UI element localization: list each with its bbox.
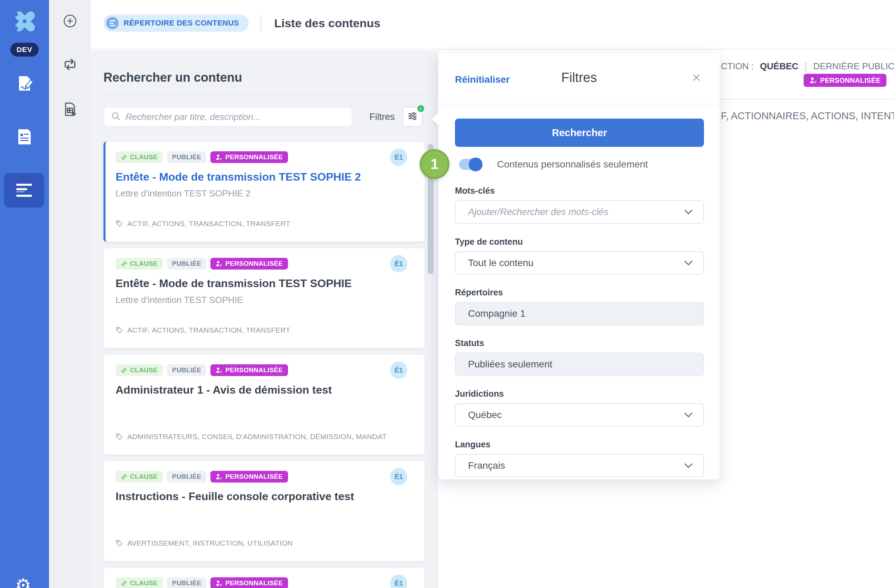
meta-suffix: DERNIÈRE PUBLICATION : (813, 61, 894, 72)
apply-search-button[interactable]: Rechercher (455, 119, 704, 147)
export-table-button[interactable] (49, 102, 91, 118)
user-edit-icon (216, 367, 222, 374)
close-icon[interactable] (691, 72, 702, 84)
filters-active-check-icon: ✓ (416, 104, 425, 113)
personalized-only-toggle[interactable] (459, 159, 481, 170)
sliders-icon (407, 111, 418, 123)
breadcrumb-label: RÉPERTOIRE DES CONTENUS (124, 19, 239, 27)
content-list-column: Rechercher un contenu Filtres (91, 50, 438, 588)
clause-badge: CLAUSE (116, 258, 163, 270)
keywords-field-group: Mots-clés Ajouter/Rechercher des mots-cl… (455, 186, 704, 224)
status-field: Publiées seulement (455, 353, 704, 376)
sidebar-item-editor[interactable] (0, 75, 49, 92)
gavel-icon (121, 154, 127, 161)
directories-field: Compagnie 1 (455, 302, 704, 326)
user-edit-icon (216, 580, 222, 586)
sidebar-item-documents[interactable] (0, 129, 49, 145)
directories-value: Compagnie 1 (468, 308, 693, 319)
edition-badge: É1 (390, 574, 407, 588)
filters-button[interactable]: ✓ (403, 107, 423, 127)
content-card[interactable]: CLAUSE PUBLIÉE PERSONNALISÉE Entête - Mo… (103, 248, 425, 348)
panel-header-divider (438, 104, 720, 104)
personalized-badge: PERSONNALISÉE (210, 577, 288, 588)
content-card[interactable]: CLAUSE PUBLIÉE PERSONNALISÉE Entête - Mo… (103, 141, 425, 242)
published-badge: PUBLIÉE (167, 471, 206, 482)
personalized-badge: PERSONNALISÉE (210, 364, 288, 376)
add-content-button[interactable] (49, 14, 91, 30)
card-tags: AVERTISSEMENT, INSTRUCTION, UTILISATION (116, 539, 293, 547)
jurisdictions-label: Juridictions (455, 389, 704, 399)
gavel-icon (121, 261, 127, 267)
heading-divider (103, 95, 425, 96)
published-badge: PUBLIÉE (167, 258, 206, 270)
repertoire-icon (106, 17, 119, 29)
transfer-button[interactable] (49, 58, 91, 72)
app-logo-icon[interactable] (11, 10, 36, 32)
keywords-select[interactable]: Ajouter/Rechercher des mots-clés (455, 200, 704, 224)
list-lines-icon (16, 184, 32, 186)
badge-row: CLAUSE PUBLIÉE PERSONNALISÉE (116, 258, 424, 270)
breadcrumb[interactable]: RÉPERTOIRE DES CONTENUS (103, 15, 249, 32)
search-row: Filtres ✓ (103, 107, 425, 127)
meta-jurisdiction: QUÉBEC (760, 61, 798, 72)
card-title: Instructions - Feuille console corporati… (116, 490, 424, 503)
badge-row: CLAUSE PUBLIÉE PERSONNALISÉE (116, 577, 424, 588)
keywords-placeholder: Ajouter/Rechercher des mots-clés (468, 207, 684, 217)
content-card[interactable]: CLAUSE PUBLIÉE PERSONNALISÉE Administrat… (103, 354, 425, 455)
chevron-down-icon (684, 260, 693, 266)
clause-badge: CLAUSE (116, 364, 163, 376)
edition-badge: É1 (390, 362, 407, 379)
meta-pipe: | (805, 61, 807, 72)
chevron-down-icon (684, 209, 693, 215)
content-card[interactable]: CLAUSE PUBLIÉE PERSONNALISÉE Instruction… (103, 461, 425, 561)
panel-arrow (432, 112, 439, 126)
published-badge: PUBLIÉE (167, 364, 206, 376)
card-tags: ACTIF, ACTIONS, TRANSACTION, TRANSFERT (116, 220, 290, 228)
clause-badge: CLAUSE (116, 471, 163, 482)
languages-field-group: Langues Français (455, 439, 704, 477)
languages-label: Langues (455, 439, 704, 449)
primary-sidebar: DEV (0, 0, 49, 588)
edition-badge: É1 (390, 255, 407, 272)
user-edit-icon (216, 473, 222, 480)
status-field-group: Statuts Publiées seulement (455, 338, 704, 376)
search-icon (111, 111, 121, 122)
user-edit-icon (809, 77, 817, 84)
toggle-label[interactable]: Contenus personnalisés seulement (497, 159, 648, 170)
header-divider (260, 15, 261, 32)
filters-label: Filtres (369, 112, 395, 122)
card-title: Entête - Mode de transmission TEST SOPHI… (116, 170, 424, 183)
content-type-select[interactable]: Tout le contenu (455, 251, 704, 275)
settings-gear-icon[interactable]: ⚙ (15, 575, 32, 588)
document-edit-icon (16, 75, 33, 92)
directories-label: Répertoires (455, 288, 704, 297)
sidebar-item-content-list-active[interactable] (4, 173, 44, 208)
status-value: Publiées seulement (468, 359, 693, 370)
list-heading: Rechercher un contenu (103, 70, 425, 85)
edition-badge: É1 (390, 149, 407, 166)
badge-row: CLAUSE PUBLIÉE PERSONNALISÉE (116, 364, 424, 376)
toggle-knob (469, 157, 483, 171)
card-subtitle: Lettre d'intention TEST SOPHIE (116, 295, 424, 305)
published-badge: PUBLIÉE (167, 577, 206, 588)
gavel-icon (121, 367, 127, 374)
personalized-badge: PERSONNALISÉE (210, 471, 288, 482)
tutorial-step-badge: 1 (420, 149, 449, 179)
languages-select[interactable]: Français (455, 454, 704, 477)
languages-value: Français (468, 460, 684, 471)
card-tags: ADMINISTRATEURS, CONSEIL D'ADMINISTRATIO… (116, 433, 387, 441)
badge-row: CLAUSE PUBLIÉE PERSONNALISÉE (116, 471, 424, 482)
jurisdictions-select[interactable]: Québec (455, 403, 704, 427)
top-header: RÉPERTOIRE DES CONTENUS Liste des conten… (91, 0, 894, 50)
document-table-icon (63, 102, 77, 118)
page-title: Liste des contenus (274, 17, 381, 30)
detail-personalized-badge: PERSONNALISÉE (803, 74, 886, 87)
search-input[interactable] (125, 112, 345, 122)
directories-field-group: Répertoires Compagnie 1 (455, 288, 704, 326)
personalized-badge: PERSONNALISÉE (210, 151, 288, 163)
card-title: Administrateur 1 - Avis de démission tes… (116, 384, 424, 397)
user-edit-icon (216, 260, 222, 267)
content-card[interactable]: CLAUSE PUBLIÉE PERSONNALISÉE É1 (103, 567, 425, 588)
tag-icon (116, 326, 123, 334)
tag-icon (116, 433, 123, 440)
